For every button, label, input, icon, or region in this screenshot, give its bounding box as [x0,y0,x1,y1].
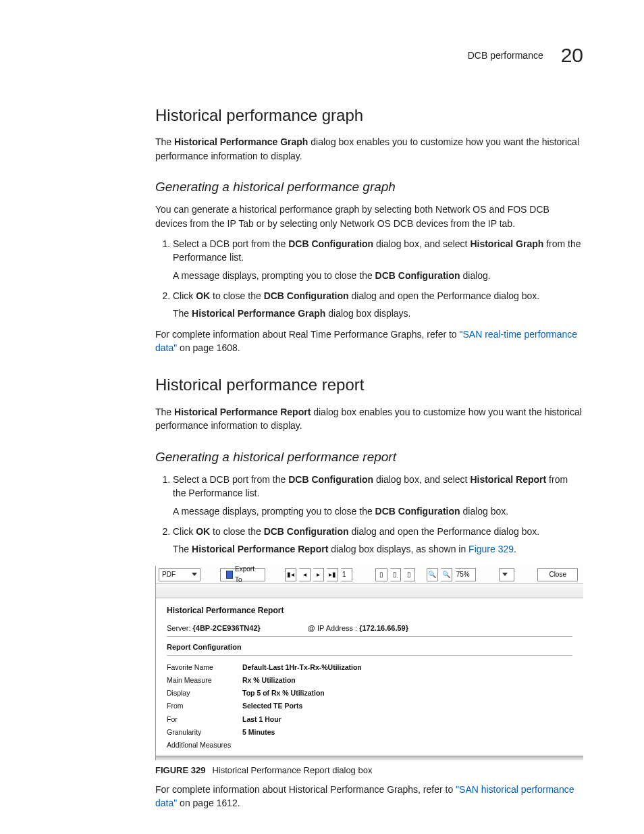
h2-historical-graph: Historical performance graph [155,104,583,128]
table-row: Additional Measures [167,739,362,752]
disk-icon [226,571,234,579]
figure-caption: FIGURE 329Historical Performance Report … [155,764,583,777]
shot-toolbar: PDF Export To ▮◂ ◂ ▸ ▸▮ 1 ▯ ▯ ▯ 🔍 🔍 [156,566,583,583]
report-ref: For complete information about Historica… [155,783,583,810]
shot-gradbar [156,583,583,598]
first-page-button[interactable]: ▮◂ [285,568,297,581]
chevron-down-icon [192,573,197,576]
config-heading: Report Configuration [167,642,572,653]
chevron-down-icon [502,573,508,576]
graph-step-1-note: A message displays, prompting you to clo… [173,269,583,282]
zoom-preset-select[interactable] [499,568,515,581]
screenshot: PDF Export To ▮◂ ◂ ▸ ▸▮ 1 ▯ ▯ ▯ 🔍 🔍 [155,566,583,761]
report-steps: Select a DCB port from the DCB Configura… [155,473,583,556]
h2-historical-report: Historical performance report [155,373,583,397]
header-section: DCB performance [468,50,543,61]
fit-width-button[interactable]: ▯ [390,568,402,581]
h3-gen-graph: Generating a historical performance grap… [155,178,583,197]
table-row: Favorite NameDefault-Last 1Hr-Tx-Rx-%Uti… [167,661,362,674]
table-row: ForLast 1 Hour [167,713,362,726]
server-line: Server: {4BP-2CE936TN42} @ IP Address : … [167,623,572,634]
table-row: Granularity5 Minutes [167,726,362,739]
report-step-1-note: A message displays, prompting you to clo… [173,504,583,518]
table-row: FromSelected TE Ports [167,700,362,712]
last-page-button[interactable]: ▸▮ [327,568,338,581]
figure-329: PDF Export To ▮◂ ◂ ▸ ▸▮ 1 ▯ ▯ ▯ 🔍 🔍 [155,566,583,778]
close-button[interactable]: Close [537,568,578,581]
graph-intro: The Historical Performance Graph dialog … [155,135,583,163]
graph-step-2-note: The Historical Performance Graph dialog … [173,307,583,320]
running-header: DCB performance 20 [155,41,583,70]
config-table: Favorite NameDefault-Last 1Hr-Tx-Rx-%Uti… [167,661,362,752]
format-select[interactable]: PDF [159,568,200,581]
prev-page-button[interactable]: ◂ [299,568,311,581]
zoom-out-button[interactable]: 🔍 [441,568,452,581]
table-row: DisplayTop 5 of Rx % Utilization [167,687,362,700]
graph-step-1: Select a DCB port from the DCB Configura… [173,237,583,282]
report-step-1: Select a DCB port from the DCB Configura… [173,473,583,518]
page-number-field[interactable]: 1 [341,568,352,581]
graph-sub-intro: You can generate a historical performanc… [155,203,583,230]
fit-actual-button[interactable]: ▯ [404,568,415,581]
chapter-number: 20 [561,41,583,70]
link-figure-329[interactable]: Figure 329 [468,544,514,554]
export-button[interactable]: Export To [220,568,265,581]
report-step-2-note: The Historical Performance Report dialog… [173,542,583,556]
table-row: Main MeasureRx % Utilization [167,674,362,687]
report-intro: The Historical Performance Report dialog… [155,405,583,433]
graph-step-2: Click OK to close the DCB Configuration … [173,289,583,321]
shot-body: Historical Performance Report Server: {4… [156,598,583,756]
h3-gen-report: Generating a historical performance repo… [155,448,583,467]
zoom-in-button[interactable]: 🔍 [427,568,439,581]
zoom-field[interactable]: 75% [455,568,476,581]
report-title: Historical Performance Report [167,605,572,617]
graph-steps: Select a DCB port from the DCB Configura… [155,237,583,320]
next-page-button[interactable]: ▸ [313,568,325,581]
graph-ref: For complete information about Real Time… [155,328,583,355]
report-step-2: Click OK to close the DCB Configuration … [173,525,583,556]
fit-page-button[interactable]: ▯ [375,568,387,581]
